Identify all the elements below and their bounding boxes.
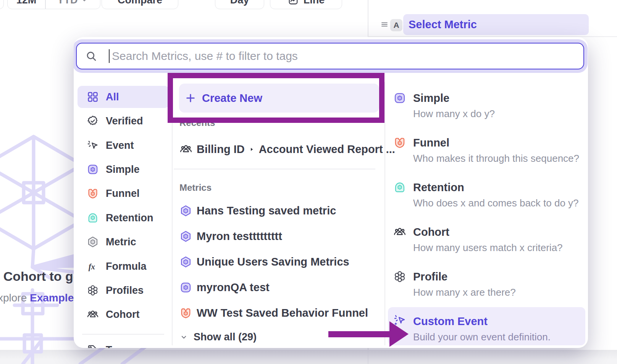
funnel-icon — [87, 187, 99, 200]
sidebar-item-funnel[interactable]: Funnel — [78, 182, 169, 205]
saved-metric-icon — [179, 205, 192, 217]
profiles-icon — [393, 270, 406, 283]
formula-icon: fx — [87, 260, 99, 272]
metric-item-hans[interactable]: Hans Testing saved metric — [179, 200, 378, 222]
type-cohort[interactable]: Cohort How many users match x criteria? — [384, 221, 588, 266]
sidebar-item-label: All — [106, 91, 119, 103]
sidebar-item-label: Formula — [106, 261, 147, 272]
app-canvas: 12M YTD Compare Day Line A Select Metric… — [0, 0, 617, 364]
sidebar-item-event[interactable]: Event — [78, 134, 169, 156]
funnel-icon — [179, 307, 192, 319]
tag-icon — [87, 344, 99, 348]
metric-item-label: myronQA test — [197, 281, 270, 294]
type-simple[interactable]: Simple How many x do y? — [384, 87, 588, 132]
interval-day-button[interactable]: Day — [215, 0, 264, 9]
sidebar-item-retention[interactable]: Retention — [78, 207, 169, 229]
type-title: Profile — [413, 270, 447, 283]
chart-type-label: Line — [304, 0, 325, 6]
search-icon — [85, 50, 97, 62]
chevron-down-icon — [179, 333, 188, 341]
sidebar-item-simple[interactable]: Simple — [78, 158, 169, 180]
sidebar-item-label: Metric — [106, 236, 136, 248]
sidebar-item-all[interactable]: All — [78, 86, 169, 108]
show-all-label: Show all (29) — [194, 331, 257, 343]
sidebar-item-verified[interactable]: Verified — [78, 110, 169, 132]
metric-item-myronqa[interactable]: myronQA test — [179, 276, 378, 298]
sidebar-item-profiles[interactable]: Profiles — [78, 279, 169, 301]
saved-metric-icon — [179, 230, 192, 243]
compare-button[interactable]: Compare — [102, 0, 178, 9]
sidebar-item-label: Verified — [106, 115, 143, 127]
sidebar-item-label: Simple — [106, 164, 140, 176]
type-description: How many users match x criteria? — [413, 242, 563, 253]
toolbar-button-fragment[interactable] — [0, 0, 4, 9]
type-description: Who makes it through this sequence? — [413, 153, 579, 164]
range-ytd-button[interactable]: YTD — [46, 0, 100, 9]
range-ytd-label: YTD — [57, 0, 78, 6]
annotation-rectangle — [168, 73, 384, 123]
background-headline: r Cohort to ge — [0, 269, 81, 284]
cohort-icon — [393, 225, 406, 238]
metric-item-label: Hans Testing saved metric — [197, 205, 336, 217]
series-a-badge[interactable]: A — [390, 19, 402, 31]
chart-type-line-button[interactable]: Line — [270, 0, 342, 9]
metric-item-label: WW Test Saved Behavior Funnel — [197, 307, 368, 319]
event-icon — [87, 139, 99, 151]
show-all-button[interactable]: Show all (29) — [179, 329, 257, 345]
funnel-icon — [393, 136, 406, 149]
type-title: Custom Event — [413, 315, 488, 328]
type-title: Cohort — [413, 225, 449, 238]
verified-icon — [87, 115, 99, 127]
metric-item-label: Myron testtttttttt — [197, 230, 282, 243]
sidebar-item-label: Event — [106, 140, 134, 151]
sidebar-section-divider — [82, 334, 164, 335]
sidebar-item-label: T — [106, 344, 112, 348]
type-description: How many x do y? — [413, 108, 495, 119]
type-funnel[interactable]: Funnel Who makes it through this sequenc… — [384, 132, 588, 176]
background-explore-line: xplore Example R — [0, 292, 84, 304]
type-retention[interactable]: Retention Who does x and comes back to d… — [384, 176, 588, 221]
select-metric-button[interactable]: Select Metric — [403, 14, 589, 35]
category-sidebar: All Verified Event Simple Funnel Retenti… — [78, 37, 169, 348]
svg-text:fx: fx — [89, 263, 95, 271]
simple-icon — [393, 92, 406, 105]
metric-icon — [87, 236, 99, 248]
metric-item-unique-users[interactable]: Unique Users Saving Metrics — [179, 251, 378, 273]
chevron-down-icon — [80, 0, 89, 4]
saved-metric-icon — [179, 256, 192, 268]
retention-icon — [87, 212, 99, 224]
type-description: Who does x and comes back to do y? — [413, 197, 579, 209]
metric-item-myron[interactable]: Myron testtttttttt — [179, 225, 378, 247]
grid-icon — [87, 91, 99, 103]
profiles-icon — [87, 284, 99, 296]
type-title: Simple — [413, 92, 449, 105]
line-chart-icon — [288, 0, 299, 6]
explore-prefix: xplore — [0, 292, 27, 304]
sidebar-item-label: Profiles — [106, 285, 144, 296]
annotation-arrow — [328, 320, 410, 348]
text-cursor — [109, 49, 110, 63]
type-description: Build your own event definition. — [413, 331, 551, 343]
sidebar-item-metric[interactable]: Metric — [78, 231, 169, 253]
type-title: Retention — [413, 181, 464, 194]
sidebar-item-clipped[interactable]: T — [78, 339, 169, 348]
metric-item-label: Unique Users Saving Metrics — [197, 256, 349, 268]
sidebar-item-cohort[interactable]: Cohort — [78, 303, 169, 325]
simple-icon — [87, 163, 99, 176]
sidebar-item-label: Funnel — [106, 188, 140, 200]
type-profile[interactable]: Profile How many x are there? — [384, 266, 588, 310]
cohort-icon — [87, 308, 99, 321]
sidebar-item-label: Cohort — [106, 309, 139, 321]
date-range-control: 12M YTD — [7, 0, 100, 9]
metric-type-list: Simple How many x do y? Funnel Who makes… — [384, 37, 588, 348]
retention-icon — [393, 181, 406, 194]
simple-icon — [179, 281, 192, 294]
type-custom-event[interactable]: Custom Event Build your own event defini… — [388, 307, 585, 345]
range-12m-button[interactable]: 12M — [8, 0, 45, 9]
drag-handle-icon[interactable] — [380, 20, 389, 29]
type-title: Funnel — [413, 136, 449, 149]
sidebar-item-label: Retention — [106, 212, 153, 224]
type-description: How many x are there? — [413, 287, 516, 298]
sidebar-item-formula[interactable]: fx Formula — [78, 255, 169, 277]
